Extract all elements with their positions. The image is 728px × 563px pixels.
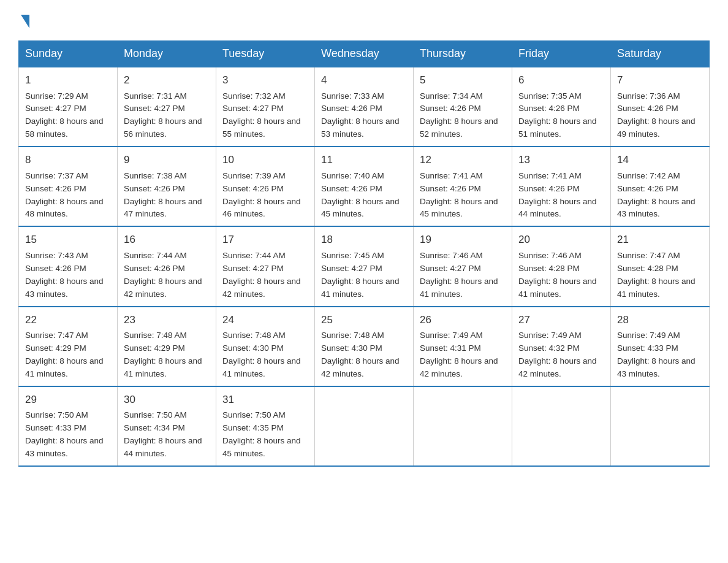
calendar-cell: 16 Sunrise: 7:44 AMSunset: 4:26 PMDaylig… bbox=[118, 226, 216, 306]
day-info: Sunrise: 7:49 AMSunset: 4:33 PMDaylight:… bbox=[617, 331, 696, 378]
calendar-cell: 13 Sunrise: 7:41 AMSunset: 4:26 PMDaylig… bbox=[512, 147, 611, 226]
day-info: Sunrise: 7:45 AMSunset: 4:27 PMDaylight:… bbox=[321, 251, 400, 299]
calendar-cell: 26 Sunrise: 7:49 AMSunset: 4:31 PMDaylig… bbox=[414, 307, 512, 386]
calendar-cell: 12 Sunrise: 7:41 AMSunset: 4:26 PMDaylig… bbox=[414, 147, 512, 226]
calendar-cell: 6 Sunrise: 7:35 AMSunset: 4:26 PMDayligh… bbox=[512, 67, 611, 147]
calendar-cell: 30 Sunrise: 7:50 AMSunset: 4:34 PMDaylig… bbox=[118, 386, 216, 466]
day-number: 19 bbox=[420, 232, 506, 248]
calendar-cell: 14 Sunrise: 7:42 AMSunset: 4:26 PMDaylig… bbox=[611, 147, 710, 226]
calendar-cell: 18 Sunrise: 7:45 AMSunset: 4:27 PMDaylig… bbox=[315, 226, 414, 306]
logo-arrow-icon bbox=[21, 15, 29, 28]
calendar-cell: 29 Sunrise: 7:50 AMSunset: 4:33 PMDaylig… bbox=[19, 386, 118, 466]
day-number: 17 bbox=[222, 232, 308, 248]
calendar-cell: 22 Sunrise: 7:47 AMSunset: 4:29 PMDaylig… bbox=[19, 307, 118, 386]
calendar-cell: 1 Sunrise: 7:29 AMSunset: 4:27 PMDayligh… bbox=[19, 67, 118, 147]
calendar-cell: 15 Sunrise: 7:43 AMSunset: 4:26 PMDaylig… bbox=[19, 226, 118, 306]
day-info: Sunrise: 7:39 AMSunset: 4:26 PMDaylight:… bbox=[222, 171, 301, 219]
day-info: Sunrise: 7:33 AMSunset: 4:26 PMDaylight:… bbox=[321, 91, 400, 139]
calendar-cell: 9 Sunrise: 7:38 AMSunset: 4:26 PMDayligh… bbox=[118, 147, 216, 226]
day-number: 31 bbox=[222, 392, 308, 408]
day-number: 24 bbox=[222, 312, 308, 328]
day-number: 29 bbox=[25, 392, 111, 408]
calendar-cell: 17 Sunrise: 7:44 AMSunset: 4:27 PMDaylig… bbox=[216, 226, 315, 306]
calendar-cell: 5 Sunrise: 7:34 AMSunset: 4:26 PMDayligh… bbox=[414, 67, 512, 147]
day-number: 3 bbox=[222, 72, 308, 88]
weekday-header-saturday: Saturday bbox=[611, 41, 710, 67]
calendar-cell: 2 Sunrise: 7:31 AMSunset: 4:27 PMDayligh… bbox=[118, 67, 216, 147]
calendar-cell: 25 Sunrise: 7:48 AMSunset: 4:30 PMDaylig… bbox=[315, 307, 414, 386]
calendar-week-row: 1 Sunrise: 7:29 AMSunset: 4:27 PMDayligh… bbox=[19, 67, 710, 147]
weekday-header-sunday: Sunday bbox=[19, 41, 118, 67]
calendar-cell: 23 Sunrise: 7:48 AMSunset: 4:29 PMDaylig… bbox=[118, 307, 216, 386]
day-info: Sunrise: 7:42 AMSunset: 4:26 PMDaylight:… bbox=[617, 171, 696, 219]
day-number: 25 bbox=[321, 312, 407, 328]
day-info: Sunrise: 7:38 AMSunset: 4:26 PMDaylight:… bbox=[124, 171, 202, 219]
day-number: 22 bbox=[25, 312, 111, 328]
calendar-cell bbox=[414, 386, 512, 466]
day-info: Sunrise: 7:34 AMSunset: 4:26 PMDaylight:… bbox=[420, 91, 498, 139]
day-info: Sunrise: 7:41 AMSunset: 4:26 PMDaylight:… bbox=[420, 171, 498, 219]
calendar-cell: 10 Sunrise: 7:39 AMSunset: 4:26 PMDaylig… bbox=[216, 147, 315, 226]
calendar-week-row: 29 Sunrise: 7:50 AMSunset: 4:33 PMDaylig… bbox=[19, 386, 710, 466]
calendar-table: SundayMondayTuesdayWednesdayThursdayFrid… bbox=[18, 40, 710, 467]
calendar-cell: 20 Sunrise: 7:46 AMSunset: 4:28 PMDaylig… bbox=[512, 226, 611, 306]
calendar-cell: 31 Sunrise: 7:50 AMSunset: 4:35 PMDaylig… bbox=[216, 386, 315, 466]
weekday-header-wednesday: Wednesday bbox=[315, 41, 414, 67]
day-number: 6 bbox=[518, 72, 604, 88]
day-number: 13 bbox=[518, 152, 604, 168]
day-info: Sunrise: 7:46 AMSunset: 4:27 PMDaylight:… bbox=[420, 251, 498, 299]
calendar-week-row: 22 Sunrise: 7:47 AMSunset: 4:29 PMDaylig… bbox=[19, 307, 710, 386]
calendar-cell: 7 Sunrise: 7:36 AMSunset: 4:26 PMDayligh… bbox=[611, 67, 710, 147]
calendar-cell: 11 Sunrise: 7:40 AMSunset: 4:26 PMDaylig… bbox=[315, 147, 414, 226]
day-number: 20 bbox=[518, 232, 604, 248]
day-number: 5 bbox=[420, 72, 506, 88]
day-info: Sunrise: 7:41 AMSunset: 4:26 PMDaylight:… bbox=[518, 171, 597, 219]
calendar-cell: 27 Sunrise: 7:49 AMSunset: 4:32 PMDaylig… bbox=[512, 307, 611, 386]
day-number: 21 bbox=[617, 232, 703, 248]
day-number: 15 bbox=[25, 232, 111, 248]
calendar-cell: 19 Sunrise: 7:46 AMSunset: 4:27 PMDaylig… bbox=[414, 226, 512, 306]
calendar-cell bbox=[315, 386, 414, 466]
day-info: Sunrise: 7:48 AMSunset: 4:29 PMDaylight:… bbox=[124, 331, 202, 378]
day-info: Sunrise: 7:35 AMSunset: 4:26 PMDaylight:… bbox=[518, 91, 597, 139]
day-info: Sunrise: 7:47 AMSunset: 4:28 PMDaylight:… bbox=[617, 251, 696, 299]
day-number: 26 bbox=[420, 312, 506, 328]
day-number: 1 bbox=[25, 72, 111, 88]
calendar-cell: 3 Sunrise: 7:32 AMSunset: 4:27 PMDayligh… bbox=[216, 67, 315, 147]
weekday-header-row: SundayMondayTuesdayWednesdayThursdayFrid… bbox=[19, 41, 710, 67]
day-info: Sunrise: 7:31 AMSunset: 4:27 PMDaylight:… bbox=[124, 91, 202, 139]
day-info: Sunrise: 7:36 AMSunset: 4:26 PMDaylight:… bbox=[617, 91, 696, 139]
day-info: Sunrise: 7:46 AMSunset: 4:28 PMDaylight:… bbox=[518, 251, 597, 299]
calendar-cell: 24 Sunrise: 7:48 AMSunset: 4:30 PMDaylig… bbox=[216, 307, 315, 386]
day-number: 28 bbox=[617, 312, 703, 328]
day-number: 18 bbox=[321, 232, 407, 248]
day-info: Sunrise: 7:48 AMSunset: 4:30 PMDaylight:… bbox=[222, 331, 301, 378]
day-info: Sunrise: 7:32 AMSunset: 4:27 PMDaylight:… bbox=[222, 91, 301, 139]
day-number: 12 bbox=[420, 152, 506, 168]
calendar-cell: 4 Sunrise: 7:33 AMSunset: 4:26 PMDayligh… bbox=[315, 67, 414, 147]
day-info: Sunrise: 7:40 AMSunset: 4:26 PMDaylight:… bbox=[321, 171, 400, 219]
day-number: 4 bbox=[321, 72, 407, 88]
calendar-cell: 28 Sunrise: 7:49 AMSunset: 4:33 PMDaylig… bbox=[611, 307, 710, 386]
day-number: 27 bbox=[518, 312, 604, 328]
calendar-week-row: 8 Sunrise: 7:37 AMSunset: 4:26 PMDayligh… bbox=[19, 147, 710, 226]
day-info: Sunrise: 7:48 AMSunset: 4:30 PMDaylight:… bbox=[321, 331, 400, 378]
weekday-header-friday: Friday bbox=[512, 41, 611, 67]
day-number: 16 bbox=[124, 232, 210, 248]
day-info: Sunrise: 7:29 AMSunset: 4:27 PMDaylight:… bbox=[25, 91, 104, 139]
calendar-cell bbox=[611, 386, 710, 466]
day-number: 11 bbox=[321, 152, 407, 168]
weekday-header-tuesday: Tuesday bbox=[216, 41, 315, 67]
day-info: Sunrise: 7:44 AMSunset: 4:26 PMDaylight:… bbox=[124, 251, 202, 299]
day-info: Sunrise: 7:37 AMSunset: 4:26 PMDaylight:… bbox=[25, 171, 104, 219]
day-number: 23 bbox=[124, 312, 210, 328]
calendar-cell: 8 Sunrise: 7:37 AMSunset: 4:26 PMDayligh… bbox=[19, 147, 118, 226]
weekday-header-thursday: Thursday bbox=[414, 41, 512, 67]
page-header bbox=[18, 12, 710, 28]
weekday-header-monday: Monday bbox=[118, 41, 216, 67]
day-number: 14 bbox=[617, 152, 703, 168]
day-info: Sunrise: 7:50 AMSunset: 4:34 PMDaylight:… bbox=[124, 410, 202, 458]
calendar-cell bbox=[512, 386, 611, 466]
day-info: Sunrise: 7:44 AMSunset: 4:27 PMDaylight:… bbox=[222, 251, 301, 299]
calendar-week-row: 15 Sunrise: 7:43 AMSunset: 4:26 PMDaylig… bbox=[19, 226, 710, 306]
